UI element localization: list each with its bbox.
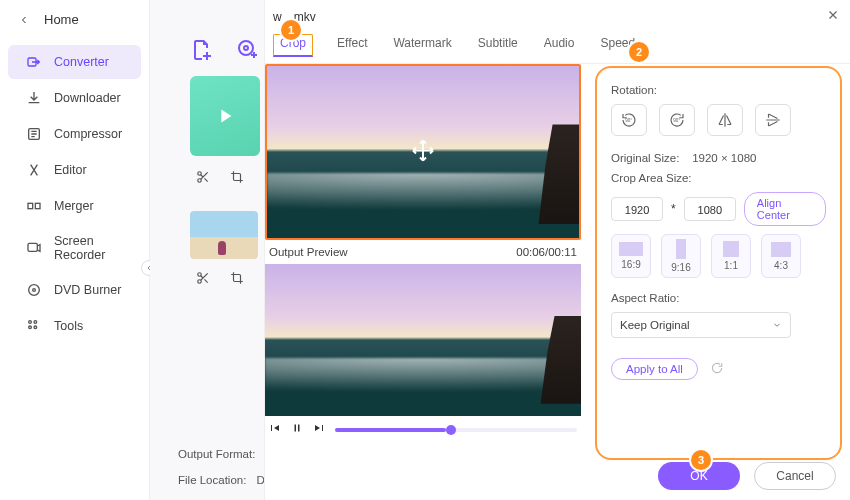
aspect-ratio-value: Keep Original xyxy=(620,319,690,331)
pause-icon xyxy=(291,422,303,434)
sidebar-item-label: Editor xyxy=(54,163,87,177)
svg-text:90°: 90° xyxy=(625,118,632,123)
flip-v-icon xyxy=(763,111,783,129)
sidebar-item-compressor[interactable]: Compressor xyxy=(8,117,141,151)
sidebar: Home Converter Downloader Compressor Edi… xyxy=(0,0,150,500)
rotate-ccw-button[interactable]: 90° xyxy=(611,104,647,136)
converter-icon xyxy=(26,54,42,70)
download-icon xyxy=(26,90,42,106)
svg-point-7 xyxy=(29,321,32,324)
original-size-row: Original Size: 1920 × 1080 xyxy=(611,152,826,164)
dvd-icon xyxy=(26,282,42,298)
recorder-icon xyxy=(26,240,42,256)
crop-width-input[interactable]: 1920 xyxy=(611,197,663,221)
sidebar-item-dvd-burner[interactable]: DVD Burner xyxy=(8,273,141,307)
cut-button[interactable] xyxy=(196,271,210,288)
add-file-button[interactable] xyxy=(190,38,214,62)
file-thumb-1[interactable] xyxy=(190,76,260,156)
svg-rect-3 xyxy=(35,203,40,208)
sidebar-item-label: Compressor xyxy=(54,127,122,141)
reset-icon xyxy=(710,361,724,375)
svg-point-5 xyxy=(29,285,40,296)
file-thumb-2[interactable] xyxy=(190,211,258,259)
svg-point-11 xyxy=(239,41,253,55)
next-icon xyxy=(313,422,325,434)
cut-button[interactable] xyxy=(196,170,210,187)
ratio-label: 4:3 xyxy=(774,260,788,271)
modal-footer: OK Cancel xyxy=(658,462,836,490)
cancel-button[interactable]: Cancel xyxy=(754,462,836,490)
svg-rect-2 xyxy=(28,203,33,208)
add-dvd-button[interactable] xyxy=(236,38,260,62)
preview-image xyxy=(265,264,581,416)
filename-prefix: w xyxy=(273,10,282,24)
rotation-label: Rotation: xyxy=(611,84,826,96)
crop-area-label: Crop Area Size: xyxy=(611,172,826,184)
sidebar-item-label: Merger xyxy=(54,199,94,213)
close-button[interactable] xyxy=(826,6,840,27)
ratio-1-1[interactable]: 1:1 xyxy=(711,234,751,278)
sidebar-item-merger[interactable]: Merger xyxy=(8,189,141,223)
tab-audio[interactable]: Audio xyxy=(542,34,577,57)
tab-subtitle[interactable]: Subtitle xyxy=(476,34,520,57)
flip-h-icon xyxy=(715,111,735,129)
svg-point-8 xyxy=(34,321,37,324)
svg-point-6 xyxy=(33,289,36,292)
svg-point-9 xyxy=(29,326,32,329)
next-button[interactable] xyxy=(313,422,325,437)
pause-button[interactable] xyxy=(291,422,303,437)
file-plus-icon xyxy=(190,38,214,62)
sidebar-item-label: Screen Recorder xyxy=(54,234,123,262)
ratio-16-9[interactable]: 16:9 xyxy=(611,234,651,278)
reset-button[interactable] xyxy=(710,361,724,378)
preview-column: Output Preview 00:06/00:11 xyxy=(265,64,581,464)
ratio-4-3[interactable]: 4:3 xyxy=(761,234,801,278)
compressor-icon xyxy=(26,126,42,142)
apply-to-all-button[interactable]: Apply to All xyxy=(611,358,698,380)
output-preview xyxy=(265,264,581,416)
output-preview-label: Output Preview xyxy=(269,246,348,258)
sidebar-item-label: Tools xyxy=(54,319,83,333)
crop-preview[interactable] xyxy=(265,64,581,240)
ratio-label: 1:1 xyxy=(724,260,738,271)
chevron-down-icon xyxy=(772,320,782,330)
crop-button[interactable] xyxy=(230,170,244,187)
sidebar-item-converter[interactable]: Converter xyxy=(8,45,141,79)
tab-effect[interactable]: Effect xyxy=(335,34,369,57)
file-location-label: File Location: xyxy=(178,474,246,486)
home-link[interactable]: Home xyxy=(0,0,149,39)
align-center-button[interactable]: Align Center xyxy=(744,192,826,226)
svg-point-14 xyxy=(198,179,202,183)
prev-button[interactable] xyxy=(269,422,281,437)
back-icon xyxy=(18,14,30,26)
prev-icon xyxy=(269,422,281,434)
crop-button[interactable] xyxy=(230,271,244,288)
move-handle[interactable] xyxy=(411,139,435,166)
svg-point-12 xyxy=(244,46,248,50)
flip-horizontal-button[interactable] xyxy=(707,104,743,136)
sidebar-item-editor[interactable]: Editor xyxy=(8,153,141,187)
editor-icon xyxy=(26,162,42,178)
ratio-9-16[interactable]: 9:16 xyxy=(661,234,701,278)
sidebar-item-screen-recorder[interactable]: Screen Recorder xyxy=(8,225,141,271)
move-icon xyxy=(411,139,435,163)
sidebar-item-tools[interactable]: Tools xyxy=(8,309,141,343)
crop-icon xyxy=(230,170,244,184)
sidebar-item-label: DVD Burner xyxy=(54,283,121,297)
ratio-label: 9:16 xyxy=(671,262,690,273)
tools-icon xyxy=(26,318,42,334)
crop-icon xyxy=(230,271,244,285)
rotate-cw-button[interactable]: 90° xyxy=(659,104,695,136)
svg-point-13 xyxy=(198,172,202,176)
seek-slider[interactable] xyxy=(335,428,577,432)
sidebar-item-label: Converter xyxy=(54,55,109,69)
rotate-cw-icon: 90° xyxy=(667,111,687,129)
home-label: Home xyxy=(44,12,79,27)
flip-vertical-button[interactable] xyxy=(755,104,791,136)
tab-watermark[interactable]: Watermark xyxy=(391,34,453,57)
sidebar-item-downloader[interactable]: Downloader xyxy=(8,81,141,115)
edit-modal: wxxmkv Crop Effect Watermark Subtitle Au… xyxy=(264,0,850,500)
aspect-ratio-select[interactable]: Keep Original xyxy=(611,312,791,338)
crop-height-input[interactable]: 1080 xyxy=(684,197,736,221)
rotate-ccw-icon: 90° xyxy=(619,111,639,129)
